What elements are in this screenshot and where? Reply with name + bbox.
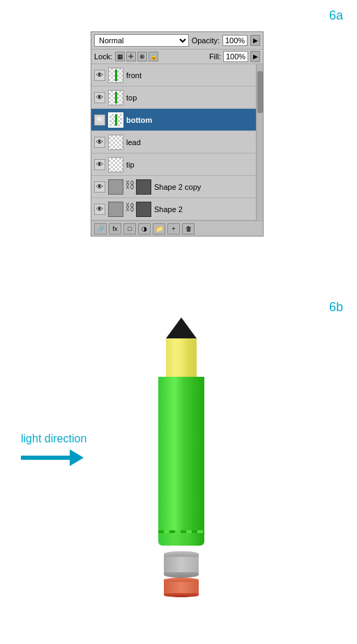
toolbar-fx-btn[interactable]: fx [109,223,121,234]
layer-name-top: top [126,93,137,102]
eraser-cap-body [164,557,199,572]
eye-top[interactable]: 👁 [94,92,105,103]
chain-shape2: ⛓ [125,202,135,217]
layer-name-tip: tip [126,160,135,169]
layer-name-shape2: Shape 2 [154,205,183,214]
eraser-cap-bottom [164,572,199,578]
pencil-yellow-section [166,338,197,377]
eye-bottom[interactable]: 👁 [94,114,105,126]
scroll-thumb[interactable] [257,71,263,113]
layer-shape2[interactable]: 👁 ⛓ Shape 2 [91,198,263,220]
fill-arrow-btn[interactable]: ▶ [250,51,260,62]
opacity-arrow-btn[interactable]: ▶ [250,35,260,46]
thumb-dark-shape2 [136,202,151,217]
lock-icon-pixels[interactable]: ▦ [115,52,125,61]
thumb-top [108,90,123,105]
pencil-green-bottom [158,530,204,546]
rubber-body [164,582,199,593]
section-label-6b: 6b [329,300,343,315]
thumb-dark-shape2copy [136,179,151,195]
thumb-gray-shape2copy [108,179,123,195]
section-label-6a: 6a [329,8,343,23]
layer-tip[interactable]: 👁 tip [91,153,263,176]
layer-shape2copy[interactable]: 👁 ⛓ Shape 2 copy [91,176,263,198]
arrow-head [70,449,84,466]
eraser-cap-top [164,551,199,557]
rubber-bottom [164,593,199,597]
fill-area: Fill: ▶ [209,51,260,62]
toolbar-group-btn[interactable]: 📁 [153,223,165,234]
thumb-front [108,68,123,83]
fill-label: Fill: [209,52,221,61]
layer-front[interactable]: 👁 front [91,64,263,87]
lock-icon-image[interactable]: ⊕ [137,52,147,61]
layer-name-lead: lead [126,138,141,147]
lock-icons-group: ▦ ✛ ⊕ 🔒 [115,52,158,61]
pencil-tip-black [166,317,197,338]
thumb-bottom [108,112,123,128]
thumb-gray-shape2 [108,202,123,217]
layer-bottom[interactable]: 👁 bottom [91,109,263,131]
toolbar-adj-btn[interactable]: ◑ [138,223,151,234]
toolbar-mask-btn[interactable]: □ [123,223,136,234]
toolbar-delete-btn[interactable]: 🗑 [182,223,195,234]
fill-input[interactable] [223,51,248,62]
lock-icon-all[interactable]: 🔒 [149,52,158,61]
thumb-tip [108,157,123,172]
eye-front[interactable]: 👁 [94,70,105,81]
opacity-input[interactable] [222,35,248,46]
panel-toolbar: 🔗 fx □ ◑ 📁 + 🗑 [91,220,263,236]
chain-shape2copy: ⛓ [125,179,135,195]
panel-scrollbar[interactable] [256,64,263,220]
toolbar-new-btn[interactable]: + [167,223,180,234]
eye-lead[interactable]: 👁 [94,137,105,148]
layers-panel: Normal Opacity: ▶ Lock: ▦ ✛ ⊕ 🔒 Fill: ▶ … [91,31,264,237]
light-direction-label: light direction [21,433,86,445]
eye-shape2[interactable]: 👁 [94,204,105,215]
eye-shape2copy[interactable]: 👁 [94,181,105,193]
layer-name-bottom: bottom [126,116,152,124]
pencil-illustration [146,317,216,597]
layer-name-shape2copy: Shape 2 copy [154,183,201,191]
light-direction-arrow [21,449,86,466]
light-direction-indicator: light direction [21,433,86,466]
opacity-label: Opacity: [192,36,220,45]
arrow-shaft [21,456,70,460]
layer-lead[interactable]: 👁 lead [91,131,263,153]
pencil-green-body [158,377,204,530]
lock-label: Lock: [94,52,112,61]
thumb-group-shape2: ⛓ [108,202,151,217]
eye-tip[interactable]: 👁 [94,159,105,170]
layer-name-front: front [126,71,142,80]
panel-topbar: Normal Opacity: ▶ [91,32,263,50]
layer-top[interactable]: 👁 top [91,87,263,109]
lock-bar: Lock: ▦ ✛ ⊕ 🔒 Fill: ▶ [91,50,263,64]
thumb-group-shape2copy: ⛓ [108,179,151,195]
layer-list: 👁 front 👁 top 👁 bottom 👁 lead [91,64,263,220]
lock-icon-move[interactable]: ✛ [126,52,136,61]
blend-mode-select[interactable]: Normal [94,34,189,47]
thumb-lead [108,135,123,150]
toolbar-link-btn[interactable]: 🔗 [94,223,107,234]
